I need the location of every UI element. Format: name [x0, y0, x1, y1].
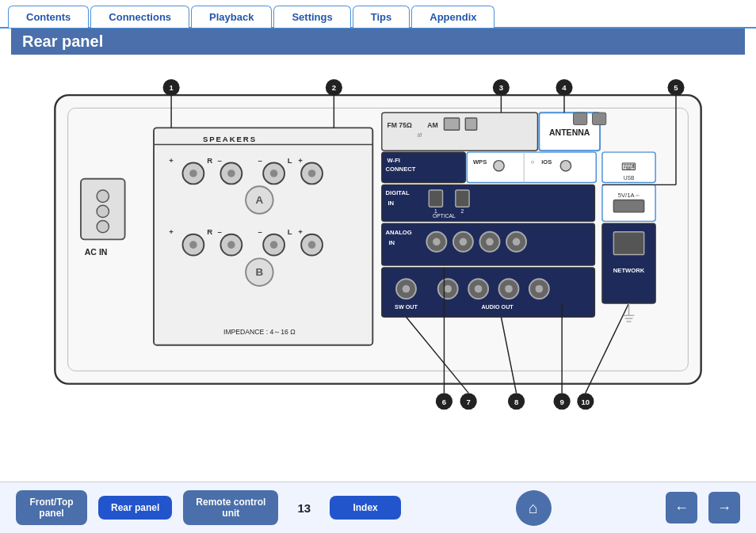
svg-point-12 — [189, 169, 197, 177]
prev-page-button[interactable]: ← — [666, 492, 697, 523]
svg-point-56 — [494, 161, 504, 171]
svg-text:WPS: WPS — [473, 158, 487, 166]
svg-line-132 — [586, 303, 629, 393]
svg-point-35 — [270, 241, 278, 249]
svg-text:AC IN: AC IN — [85, 247, 108, 257]
svg-point-105 — [326, 79, 342, 96]
page-number: 13 — [297, 501, 311, 515]
svg-point-11 — [182, 163, 204, 185]
tab-connections[interactable]: Connections — [90, 6, 189, 28]
navigation-tabs: Contents Connections Playback Settings T… — [0, 5, 756, 29]
tab-contents[interactable]: Contents — [8, 6, 89, 28]
svg-text:2: 2 — [461, 208, 464, 214]
svg-text:5V/1A ⎓: 5V/1A ⎓ — [618, 192, 640, 199]
remote-control-button[interactable]: Remote control unit — [183, 490, 278, 525]
svg-rect-86 — [602, 223, 655, 303]
svg-point-80 — [453, 232, 473, 252]
svg-text:A: A — [256, 194, 264, 206]
svg-point-23 — [308, 169, 316, 177]
svg-point-108 — [493, 79, 510, 96]
svg-point-83 — [486, 238, 494, 246]
svg-point-60 — [560, 161, 571, 171]
device-diagram: AC IN SPEAKERS + R – – L + A — [11, 61, 745, 433]
svg-text:⌨: ⌨ — [621, 161, 636, 173]
svg-point-85 — [513, 238, 521, 246]
svg-point-95 — [475, 285, 483, 293]
svg-point-124 — [508, 393, 525, 409]
svg-text:9: 9 — [559, 398, 563, 406]
svg-point-5 — [97, 220, 109, 232]
svg-text:USB: USB — [624, 175, 635, 181]
svg-point-96 — [499, 279, 519, 299]
svg-rect-75 — [382, 223, 595, 265]
front-top-panel-button[interactable]: Front/Top panel — [16, 490, 87, 525]
svg-text:DIGITAL: DIGITAL — [386, 189, 410, 196]
svg-text:–: – — [218, 227, 223, 236]
svg-point-84 — [506, 232, 526, 252]
tab-tips[interactable]: Tips — [353, 6, 410, 28]
svg-text:7: 7 — [466, 398, 470, 406]
svg-rect-7 — [154, 128, 372, 345]
svg-text:1: 1 — [434, 208, 437, 214]
svg-text:–: – — [258, 156, 262, 165]
svg-point-99 — [536, 285, 544, 293]
svg-text:+: + — [169, 227, 174, 236]
svg-point-81 — [460, 238, 468, 246]
home-icon: ⌂ — [529, 499, 538, 517]
svg-point-39 — [308, 241, 316, 249]
svg-point-91 — [403, 285, 410, 293]
svg-text:IN: IN — [388, 239, 395, 246]
svg-text:AUDIO OUT: AUDIO OUT — [481, 303, 514, 310]
svg-point-82 — [480, 232, 500, 252]
svg-rect-67 — [429, 190, 442, 207]
svg-text:FM 75Ω: FM 75Ω — [388, 121, 412, 129]
svg-point-79 — [433, 238, 441, 246]
svg-text:–: – — [218, 156, 223, 165]
home-button[interactable]: ⌂ — [516, 490, 552, 526]
svg-rect-134 — [574, 112, 587, 124]
svg-point-98 — [529, 279, 549, 299]
svg-point-130 — [577, 393, 594, 409]
index-button[interactable]: Index — [330, 496, 401, 520]
svg-text:L: L — [288, 227, 292, 236]
svg-rect-54 — [467, 152, 596, 182]
svg-point-78 — [426, 232, 446, 252]
svg-text:ANALOG: ANALOG — [386, 229, 412, 236]
svg-rect-43 — [382, 112, 538, 150]
tab-appendix[interactable]: Appendix — [411, 6, 494, 28]
svg-point-38 — [301, 234, 323, 256]
svg-point-22 — [301, 163, 323, 185]
svg-text:AM: AM — [427, 121, 437, 129]
svg-rect-51 — [382, 152, 466, 182]
svg-text:R: R — [207, 227, 212, 236]
svg-text:IN: IN — [388, 200, 394, 207]
svg-rect-0 — [55, 95, 701, 383]
arrow-left-icon: ← — [674, 500, 689, 516]
svg-point-27 — [182, 234, 204, 256]
svg-text:NETWORK: NETWORK — [613, 267, 645, 274]
tab-playback[interactable]: Playback — [191, 6, 272, 28]
svg-point-19 — [270, 169, 278, 177]
svg-line-123 — [406, 317, 468, 393]
svg-text:○: ○ — [531, 158, 535, 166]
rear-panel-button[interactable]: Rear panel — [98, 496, 172, 520]
svg-point-32 — [227, 241, 235, 249]
svg-text:SW OUT: SW OUT — [395, 303, 418, 310]
svg-point-16 — [227, 169, 235, 177]
tab-settings[interactable]: Settings — [273, 6, 350, 28]
svg-point-90 — [396, 279, 416, 299]
svg-rect-48 — [465, 118, 476, 130]
svg-text:B: B — [256, 266, 264, 278]
page-title: Rear panel — [11, 29, 745, 55]
svg-text:4: 4 — [562, 83, 567, 92]
svg-rect-69 — [456, 190, 469, 207]
svg-point-102 — [163, 79, 180, 96]
svg-rect-1 — [68, 108, 689, 371]
svg-rect-47 — [444, 118, 459, 130]
svg-text:3: 3 — [499, 83, 503, 92]
svg-point-15 — [220, 163, 242, 185]
svg-text:W-FI: W-FI — [388, 157, 400, 164]
next-page-button[interactable]: → — [708, 492, 740, 523]
svg-text:R: R — [207, 156, 212, 165]
svg-text:L: L — [288, 156, 292, 165]
